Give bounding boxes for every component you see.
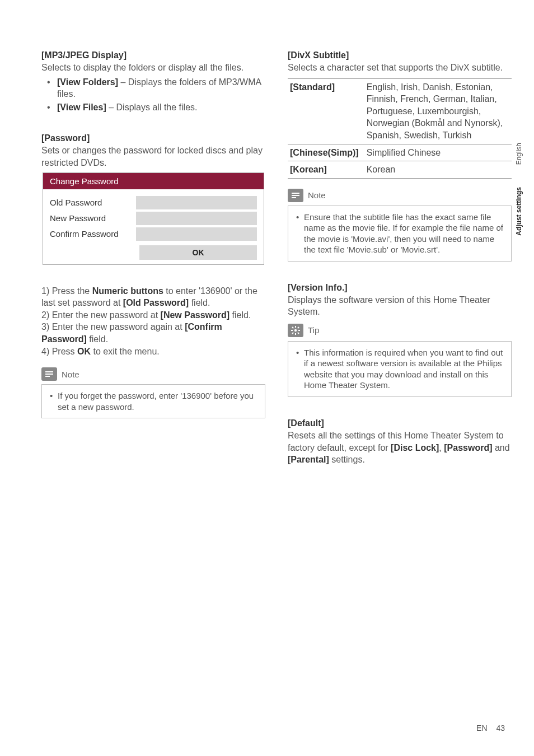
bold: [Parental] — [288, 455, 329, 464]
table-value: Korean — [364, 161, 512, 179]
text: settings. — [329, 455, 365, 464]
note-label: Note — [62, 370, 79, 379]
step-text: field. — [87, 334, 108, 344]
text: , — [439, 443, 444, 452]
mp3-heading: [MP3/JPEG Display] — [41, 50, 265, 60]
table-value: Simplified Chinese — [364, 144, 512, 161]
old-password-label: Old Password — [46, 198, 136, 207]
password-note: Note If you forget the password, enter '… — [41, 367, 265, 418]
bold: [Password] — [444, 443, 492, 452]
table-row: [Standard] English, Irish, Danish, Eston… — [288, 78, 512, 144]
version-tip: Tip This information is required when yo… — [288, 324, 512, 397]
step-text: field. — [189, 298, 210, 307]
divx-text: Selects a character set that supports th… — [288, 62, 512, 74]
text: and — [492, 443, 509, 452]
right-column: [DivX Subtitle] Selects a character set … — [288, 50, 512, 468]
table-row: [Korean] Korean — [288, 161, 512, 179]
footer-lang: EN — [476, 724, 487, 732]
step-text: 3) Enter the new password again at — [41, 322, 185, 332]
step-text: field. — [229, 310, 251, 320]
bold: [Disc Lock] — [391, 443, 439, 452]
step-text: to exit the menu. — [91, 347, 160, 356]
step-bold: [Old Password] — [123, 298, 189, 307]
svg-point-6 — [294, 329, 297, 332]
note-label: Note — [308, 190, 326, 200]
tip-icon — [288, 324, 303, 337]
list-item: [View Folders] – Displays the folders of… — [57, 76, 265, 100]
dialog-row-new: New Password — [46, 212, 260, 225]
svg-line-14 — [298, 327, 299, 328]
version-text: Displays the software version of this Ho… — [288, 294, 512, 318]
default-heading: [Default] — [288, 418, 512, 428]
option-label: [View Folders] — [57, 77, 118, 87]
table-label: [Standard] — [288, 78, 364, 144]
side-tab-language: English — [515, 143, 523, 165]
dialog-row-confirm: Confirm Password — [46, 227, 260, 241]
note-icon — [288, 189, 303, 202]
mp3-bullets: [View Folders] – Displays the folders of… — [41, 76, 265, 114]
svg-line-12 — [298, 333, 299, 334]
step-text: 2) Enter the new password at — [41, 310, 161, 320]
page-footer: EN 43 — [476, 724, 505, 732]
option-desc: – Displays all the files. — [106, 102, 198, 112]
new-password-field[interactable] — [136, 212, 257, 225]
table-row: [Chinese(Simp)] Simplified Chinese — [288, 144, 512, 161]
svg-line-11 — [292, 327, 293, 328]
divx-table: [Standard] English, Irish, Danish, Eston… — [288, 78, 512, 179]
option-label: [View Files] — [57, 102, 106, 112]
confirm-password-label: Confirm Password — [46, 229, 136, 239]
tip-label: Tip — [308, 325, 319, 335]
change-password-dialog: Change Password Old Password New Passwor… — [43, 172, 264, 265]
table-label: [Chinese(Simp)] — [288, 144, 364, 161]
confirm-password-field[interactable] — [136, 227, 257, 241]
step-text: 1) Press the — [41, 286, 92, 296]
step-bold: OK — [77, 347, 91, 356]
side-tabs: English Adjust settings — [515, 143, 523, 236]
old-password-field[interactable] — [136, 196, 257, 209]
list-item: [View Files] – Displays all the files. — [57, 101, 265, 114]
ok-button[interactable]: OK — [139, 245, 257, 260]
left-column: [MP3/JPEG Display] Selects to display th… — [41, 50, 265, 468]
svg-line-13 — [292, 333, 293, 334]
divx-note: Note Ensure that the subtitle file has t… — [288, 189, 512, 262]
password-text: Sets or changes the password for locked … — [41, 144, 265, 169]
mp3-text: Selects to display the folders or displa… — [41, 62, 265, 74]
note-text: If you forget the password, enter '13690… — [50, 390, 258, 412]
footer-page-number: 43 — [496, 724, 505, 732]
version-heading: [Version Info.] — [288, 283, 512, 293]
dialog-title: Change Password — [43, 173, 264, 189]
password-heading: [Password] — [41, 133, 265, 143]
new-password-label: New Password — [46, 213, 136, 223]
divx-heading: [DivX Subtitle] — [288, 50, 512, 60]
default-text: Resets all the settings of this Home The… — [288, 430, 512, 466]
note-text: Ensure that the subtitle file has the ex… — [296, 212, 504, 255]
table-label: [Korean] — [288, 161, 364, 179]
step-bold: Numeric buttons — [92, 286, 163, 296]
dialog-row-old: Old Password — [46, 196, 260, 209]
password-steps: 1) Press the Numeric buttons to enter '1… — [41, 285, 265, 358]
side-tab-section: Adjust settings — [515, 187, 523, 236]
note-icon — [41, 367, 57, 381]
step-text: 4) Press — [41, 347, 77, 356]
step-bold: [New Password] — [161, 310, 230, 320]
tip-text: This information is required when you wa… — [296, 347, 504, 391]
table-value: English, Irish, Danish, Estonian, Finnis… — [364, 78, 512, 144]
